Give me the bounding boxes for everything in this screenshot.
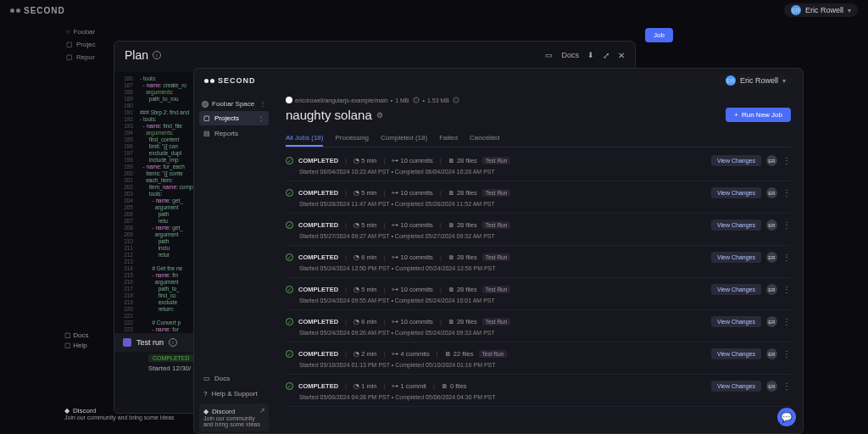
- test-run-tag: Test Run: [482, 318, 511, 326]
- test-run-tag: Test Run: [482, 286, 511, 293]
- files: 🗎 28 files: [448, 253, 477, 261]
- more-icon[interactable]: ⋮: [258, 114, 264, 122]
- tab-cancelled[interactable]: Cancelled: [470, 131, 500, 147]
- view-changes-button[interactable]: View Changes: [711, 316, 761, 327]
- more-icon[interactable]: ⋮: [782, 156, 791, 165]
- view-changes-button[interactable]: View Changes: [711, 348, 761, 359]
- job-row[interactable]: ✓COMPLETED|◔ 5 min|⊶ 10 commits|🗎 28 fil…: [286, 149, 791, 181]
- tab-processing[interactable]: Processing: [335, 131, 369, 147]
- user-menu[interactable]: ER Eric Rowell ▾: [784, 3, 858, 17]
- view-changes-button[interactable]: View Changes: [711, 381, 761, 392]
- job-timestamps: Started 05/24/2024 12:50 PM PST • Comple…: [286, 265, 791, 271]
- files: 🗎 28 files: [448, 157, 477, 164]
- job-row[interactable]: ✓COMPLETED|◔ 1 min|⊶ 1 commit|🗎 0 filesV…: [286, 375, 791, 407]
- job-row[interactable]: ✓COMPLETED|◔ 5 min|⊶ 10 commits|🗎 28 fil…: [286, 278, 791, 310]
- check-icon: ✓: [286, 382, 293, 390]
- check-icon: ✓: [286, 221, 293, 229]
- nav-help[interactable]: ?Help & Support: [199, 387, 269, 401]
- check-icon: ✓: [286, 350, 293, 358]
- plan-title: Plan i: [125, 48, 161, 62]
- folder-icon: ▭: [545, 51, 553, 59]
- chat-bubble-button[interactable]: 💬: [777, 408, 796, 426]
- job-row[interactable]: ✓COMPLETED|◔ 5 min|⊶ 10 commits|🗎 28 fil…: [286, 181, 791, 214]
- view-changes-button[interactable]: View Changes: [711, 220, 761, 231]
- avatar: ER: [766, 381, 777, 392]
- job-row[interactable]: ✓COMPLETED|◔ 2 min|⊶ 4 commits|🗎 22 file…: [286, 342, 791, 375]
- user-name: Eric Rowell: [740, 76, 778, 85]
- gear-icon[interactable]: ⚙: [376, 111, 383, 120]
- more-icon[interactable]: ⋮: [782, 317, 791, 326]
- view-changes-button[interactable]: View Changes: [711, 252, 761, 263]
- job-row[interactable]: ✓COMPLETED|◔ 6 min|⊶ 10 commits|🗎 28 fil…: [286, 310, 791, 342]
- plan-actions: ▭ Docs ⬇ ⤢ ✕: [545, 51, 625, 60]
- bg-sidebar-item: ○ Foobar: [61, 25, 112, 38]
- plus-icon: +: [734, 111, 738, 119]
- space-selector[interactable]: Foobar Space ⋮: [199, 97, 269, 110]
- commits: ⊶ 4 commits: [392, 350, 429, 358]
- job-row[interactable]: ✓COMPLETED|◔ 5 min|⊶ 10 commits|🗎 28 fil…: [286, 214, 791, 246]
- bg-docs-link: ▢ Docs: [64, 331, 88, 339]
- job-timestamps: Started 05/06/2024 04:28 PM PST • Comple…: [286, 394, 791, 400]
- more-icon[interactable]: ⋮: [259, 100, 266, 108]
- job-row[interactable]: ✓COMPLETED|◔ 6 min|⊶ 10 commits|🗎 28 fil…: [286, 246, 791, 278]
- test-run-label: Test run: [136, 338, 164, 347]
- expand-icon[interactable]: ⤢: [603, 51, 609, 60]
- info-icon[interactable]: i: [153, 51, 161, 59]
- info-icon[interactable]: i: [453, 97, 459, 103]
- job-row[interactable]: ✓COMPLETED|◔ 53 sec|⊶ 1 commit|🗎 0 files…: [286, 407, 791, 412]
- space-dot-icon: [202, 101, 209, 108]
- nav-docs[interactable]: ▭Docs: [199, 371, 269, 386]
- docs-link[interactable]: Docs: [561, 51, 579, 59]
- view-changes-button[interactable]: View Changes: [711, 187, 761, 198]
- tab-completed[interactable]: Completed (18): [381, 131, 427, 147]
- external-link-icon: ↗: [259, 407, 265, 415]
- avatar: ER: [766, 155, 777, 166]
- job-list[interactable]: ✓COMPLETED|◔ 5 min|⊶ 10 commits|🗎 28 fil…: [286, 149, 791, 412]
- view-changes-button[interactable]: View Changes: [711, 284, 761, 295]
- duration: ◔ 5 min: [353, 286, 376, 293]
- bg-help-link: ▢ Help: [64, 342, 87, 349]
- sidebar: Foobar Space ⋮ ▢ Projects ⋮ ▤ Reports ▭D…: [194, 92, 274, 434]
- duration: ◔ 5 min: [353, 221, 376, 229]
- discord-card[interactable]: ↗ ◆Discord Join our community and bring …: [199, 403, 269, 431]
- more-icon[interactable]: ⋮: [782, 253, 791, 262]
- info-icon[interactable]: i: [169, 338, 177, 347]
- status-badge: COMPLETED: [298, 221, 338, 229]
- more-icon[interactable]: ⋮: [782, 285, 791, 294]
- more-icon[interactable]: ⋮: [782, 220, 791, 230]
- status-badge: COMPLETED: [298, 382, 338, 390]
- check-icon: ✓: [286, 318, 293, 326]
- tab-failed[interactable]: Failed: [439, 131, 458, 147]
- reports-icon: ▤: [203, 130, 210, 137]
- plan-header: Plan i ▭ Docs ⬇ ⤢ ✕: [114, 42, 635, 69]
- status-badge: COMPLETED: [298, 157, 338, 164]
- status-badge: COMPLETED: [298, 318, 338, 326]
- download-icon[interactable]: ⬇: [587, 51, 594, 59]
- nav-projects[interactable]: ▢ Projects ⋮: [199, 111, 269, 125]
- job-timestamps: Started 05/10/2024 01:13 PM PST • Comple…: [286, 362, 791, 368]
- app-user-menu[interactable]: ER Eric Rowell ▾: [719, 74, 793, 87]
- more-icon[interactable]: ⋮: [782, 381, 791, 391]
- more-icon[interactable]: ⋮: [782, 349, 791, 359]
- project-name: naughty solana ⚙: [286, 108, 383, 122]
- avatar: ER: [726, 75, 736, 86]
- files: 🗎 28 files: [448, 221, 477, 229]
- view-changes-button[interactable]: View Changes: [711, 155, 761, 166]
- status-badge: COMPLETED: [298, 350, 338, 358]
- close-icon[interactable]: ✕: [618, 51, 625, 60]
- run-new-job-button[interactable]: + Run New Job: [726, 108, 791, 122]
- nav-reports[interactable]: ▤ Reports: [199, 126, 269, 141]
- test-run-tag: Test Run: [482, 157, 511, 164]
- avatar: ER: [766, 348, 777, 359]
- check-icon: ✓: [286, 286, 293, 293]
- tab-all-jobs[interactable]: All Jobs (18): [286, 131, 323, 147]
- info-icon[interactable]: i: [413, 97, 419, 103]
- duration: ◔ 1 min: [353, 382, 376, 390]
- more-icon[interactable]: ⋮: [782, 188, 791, 198]
- test-run-tag: Test Run: [482, 253, 511, 261]
- content-area: ericdrowell/angularjs-example/main •1 MB…: [274, 92, 803, 434]
- commits: ⊶ 10 commits: [392, 157, 432, 164]
- files: 🗎 22 files: [445, 350, 474, 358]
- job-timestamps: Started 05/27/2024 09:27 AM PST • Comple…: [286, 233, 791, 239]
- test-run-tag: Test Run: [482, 221, 511, 229]
